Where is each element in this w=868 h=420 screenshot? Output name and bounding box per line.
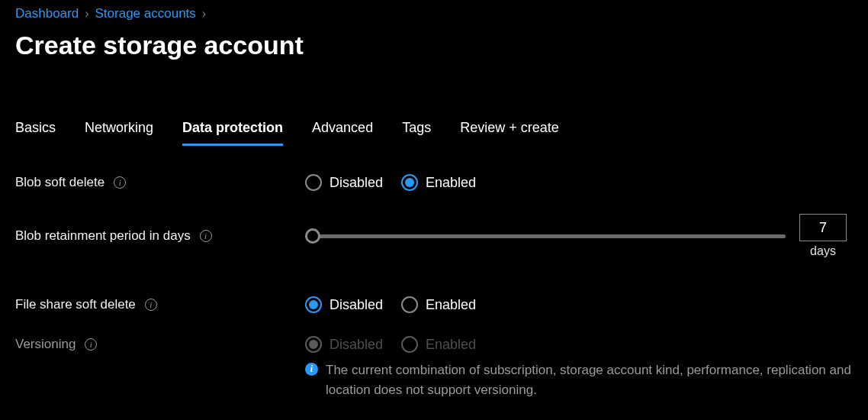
radio-file-share-soft-delete-disabled[interactable]: Disabled (305, 296, 383, 313)
radio-label: Enabled (426, 175, 476, 191)
info-icon: i (305, 363, 318, 376)
radio-label: Disabled (330, 337, 383, 353)
tab-review-create[interactable]: Review + create (460, 120, 559, 146)
radio-label: Enabled (426, 297, 476, 313)
label-blob-retainment: Blob retainment period in days (15, 228, 191, 244)
breadcrumb-link-dashboard[interactable]: Dashboard (15, 6, 79, 21)
slider-blob-retainment[interactable] (305, 228, 786, 244)
field-blob-soft-delete: Blob soft delete i Disabled Enabled (15, 174, 853, 191)
radio-versioning-disabled: Disabled (305, 336, 383, 353)
radio-label: Disabled (330, 297, 383, 313)
radio-blob-soft-delete-disabled[interactable]: Disabled (305, 174, 383, 191)
info-icon[interactable]: i (85, 338, 97, 351)
field-versioning: Versioning i Disabled Enabled (15, 336, 853, 353)
tab-advanced[interactable]: Advanced (312, 120, 373, 146)
chevron-right-icon: › (85, 7, 88, 21)
label-blob-retainment-unit: days (810, 244, 836, 258)
warning-versioning: i The current combination of subscriptio… (305, 360, 853, 399)
info-icon[interactable]: i (145, 299, 157, 311)
label-versioning: Versioning (15, 337, 76, 352)
info-icon[interactable]: i (200, 230, 212, 242)
radio-versioning-enabled: Enabled (401, 336, 476, 353)
tab-basics[interactable]: Basics (15, 120, 56, 146)
warning-text: The current combination of subscription,… (326, 360, 853, 399)
radio-file-share-soft-delete-enabled[interactable]: Enabled (401, 296, 476, 313)
info-icon[interactable]: i (114, 176, 126, 189)
label-file-share-soft-delete: File share soft delete (15, 297, 136, 312)
slider-thumb[interactable] (305, 228, 320, 244)
radio-label: Enabled (426, 337, 476, 353)
tab-data-protection[interactable]: Data protection (182, 120, 283, 146)
tabs: Basics Networking Data protection Advanc… (15, 120, 853, 147)
breadcrumb: Dashboard › Storage accounts › (15, 6, 853, 21)
field-file-share-soft-delete: File share soft delete i Disabled Enable… (15, 296, 853, 313)
label-blob-soft-delete: Blob soft delete (15, 175, 104, 190)
breadcrumb-link-storage-accounts[interactable]: Storage accounts (95, 6, 196, 21)
chevron-right-icon: › (202, 7, 206, 21)
radio-label: Disabled (330, 175, 383, 191)
page-title: Create storage account (15, 31, 853, 60)
radio-blob-soft-delete-enabled[interactable]: Enabled (401, 174, 476, 191)
field-blob-retainment: Blob retainment period in days i 7 days (15, 214, 853, 258)
input-blob-retainment-value[interactable]: 7 (799, 214, 847, 241)
tab-networking[interactable]: Networking (85, 120, 153, 146)
tab-tags[interactable]: Tags (402, 120, 431, 146)
